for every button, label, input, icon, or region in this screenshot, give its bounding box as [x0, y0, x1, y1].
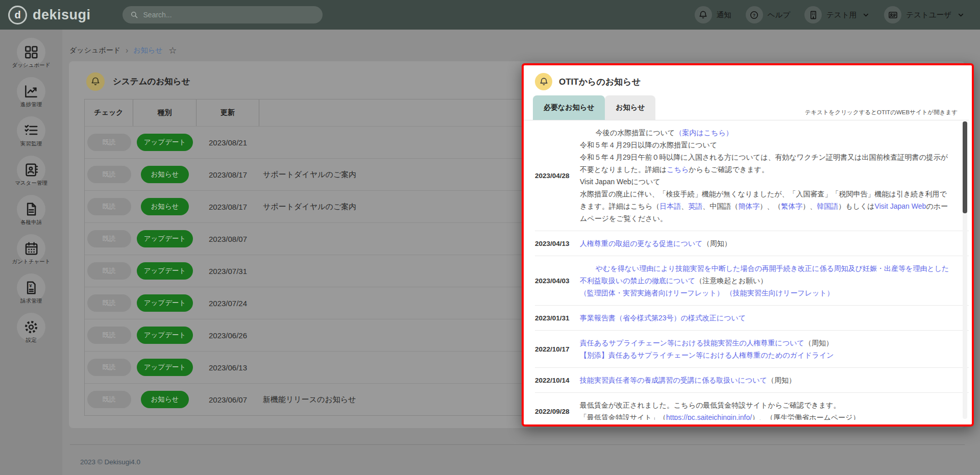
scrollbar-thumb[interactable]	[963, 121, 967, 213]
header-actions: 通知 ? ヘルプ テスト用 テストユーザ	[695, 6, 965, 23]
otit-text: ）、（	[760, 202, 781, 210]
otit-link[interactable]: 責任あるサプライチェーン等における技能実習生の人権尊重について	[580, 339, 804, 347]
notice-type-badge: アップデート	[137, 230, 193, 247]
otit-link[interactable]: こちら	[667, 165, 689, 173]
otit-entry: 2022/10/17責任あるサプライチェーン等における技能実習生の人権尊重につい…	[535, 330, 969, 367]
help-button[interactable]: ? ヘルプ	[746, 6, 791, 23]
otit-text: 令和５年４月29日以降の水際措置について	[580, 141, 717, 149]
copyright-text: 2023 © Dekisugi4.0	[80, 458, 965, 466]
notice-type-badge: アップデート	[137, 359, 193, 376]
sidebar-item-training[interactable]: 実習監理	[17, 116, 45, 147]
otit-link[interactable]: 繁体字	[781, 202, 802, 210]
otit-link[interactable]: （監理団体・実習実施者向けリーフレット）	[580, 289, 724, 297]
sidebar-item-dashboard[interactable]: ダッシュボード	[12, 38, 51, 69]
otit-link[interactable]: 技能実習責任者等の養成講習の受講に係る取扱いについて	[580, 376, 767, 384]
notifications-button[interactable]: 通知	[695, 6, 731, 23]
scrollbar-track[interactable]	[963, 121, 967, 419]
otit-text: 最低賃金が改正されました。こちらの最低賃金特設サイトからご確認できます。	[580, 401, 841, 409]
breadcrumb: ダッシュボード › お知らせ	[69, 45, 965, 56]
favorite-star-icon[interactable]	[168, 45, 177, 56]
global-search	[122, 6, 323, 23]
sidebar-item-billing[interactable]: ¥請求管理	[17, 273, 45, 305]
otit-link[interactable]: 日本語	[659, 202, 681, 210]
otit-text: ）もしくは	[838, 202, 874, 210]
otit-text: 今後の水際措置について	[596, 129, 675, 137]
tab-notices[interactable]: お知らせ	[605, 95, 655, 120]
svg-text:?: ?	[753, 12, 755, 17]
building-icon	[804, 6, 822, 23]
notice-type-badge: お知らせ	[141, 198, 189, 215]
read-button[interactable]: 既読	[87, 262, 131, 280]
sidebar-item-label: 請求管理	[20, 297, 42, 305]
organization-menu[interactable]: テスト用	[804, 6, 870, 23]
notice-type-badge: アップデート	[137, 134, 193, 151]
otit-entry: 2023/04/13人権尊重の取組の更なる促進について（周知）	[535, 231, 969, 256]
read-button[interactable]: 既読	[87, 294, 131, 312]
read-button[interactable]: 既読	[87, 166, 131, 183]
otit-link[interactable]: 事業報告書（省令様式第23号）の様式改正について	[580, 314, 746, 322]
notice-type-badge: アップデート	[137, 262, 193, 280]
otit-entry-date: 2023/04/03	[535, 277, 580, 285]
check-cell: 既読	[85, 359, 133, 376]
otit-link[interactable]: 英語	[688, 202, 702, 210]
breadcrumb-separator-icon: ›	[126, 46, 128, 55]
otit-panel-body: 2023/04/28今後の水際措置について（案内はこちら）令和５年４月29日以降…	[524, 120, 969, 420]
otit-text: ）、	[802, 202, 817, 210]
sidebar-item-gantt[interactable]: ガントチャート	[12, 234, 51, 265]
column-header: 更新	[197, 99, 259, 126]
notice-type-badge: お知らせ	[141, 391, 189, 408]
check-cell: 既読	[85, 262, 133, 280]
sidebar-item-master[interactable]: マスター管理	[15, 156, 47, 187]
sidebar-item-label: ダッシュボード	[12, 62, 51, 69]
otit-text: （周知）	[804, 339, 833, 347]
read-button[interactable]: 既読	[87, 198, 131, 215]
otit-link[interactable]: 【別添】責任あるサプライチェーン等における人権尊重のためのガイドライン	[580, 351, 834, 359]
breadcrumb-dashboard-link[interactable]: ダッシュボード	[69, 46, 120, 55]
otit-link[interactable]: （技能実習生向けリーフレット）	[726, 289, 834, 297]
otit-entry-date: 2023/01/31	[535, 314, 580, 322]
otit-link[interactable]: 韓国語	[817, 202, 838, 210]
otit-panel-title: OTITからのお知らせ	[559, 76, 641, 88]
otit-link[interactable]: （案内はこちら）	[675, 129, 732, 137]
sidebar-item-progress[interactable]: 進捗管理	[17, 77, 45, 108]
logo-text: dekisugi	[33, 7, 91, 23]
check-cell: 既読	[85, 166, 133, 183]
notice-type-badge: アップデート	[137, 327, 193, 344]
otit-list: 2023/04/28今後の水際措置について（案内はこちら）令和５年４月29日以降…	[535, 120, 969, 420]
read-button[interactable]: 既読	[87, 391, 131, 408]
check-cell: 既読	[85, 391, 133, 408]
column-header: 種別	[133, 99, 197, 126]
top-header: d dekisugi 通知 ? ヘルプ テスト用 テストユーザ	[0, 0, 980, 30]
sidebar-item-settings[interactable]: 設定	[17, 313, 45, 344]
column-header: チェック	[85, 99, 133, 126]
app-logo[interactable]: d dekisugi	[8, 6, 91, 24]
otit-entry-content: 今後の水際措置について（案内はこちら）令和５年４月29日以降の水際措置について令…	[580, 127, 969, 224]
otit-entry-content: 最低賃金が改正されました。こちらの最低賃金特設サイトからご確認できます。「最低賃…	[580, 399, 969, 420]
read-button[interactable]: 既読	[87, 134, 131, 151]
read-button[interactable]: 既読	[87, 327, 131, 344]
otit-entry: 2023/01/31事業報告書（省令様式第23号）の様式改正について	[535, 305, 969, 330]
sidebar-item-label: 設定	[26, 337, 37, 344]
otit-entry-content: 事業報告書（省令様式第23号）の様式改正について	[580, 312, 969, 324]
notice-date: 2023/08/21	[197, 138, 259, 147]
notice-date: 2023/07/31	[197, 267, 259, 276]
breadcrumb-current[interactable]: お知らせ	[133, 46, 162, 55]
svg-text:¥: ¥	[29, 283, 32, 288]
otit-entry-date: 2022/10/17	[535, 345, 580, 353]
otit-link[interactable]: https://pc.saiteichingin.info/	[666, 413, 752, 420]
user-menu[interactable]: テストユーザ	[884, 6, 965, 23]
otit-text: Visit Japan Webについて	[580, 178, 660, 186]
notice-date: 2023/08/07	[197, 235, 259, 243]
otit-notices-panel: OTITからのお知らせ 必要なお知らせお知らせ テキストをクリックするとOTIT…	[522, 63, 974, 427]
otit-link[interactable]: 人権尊重の取組の更なる促進について	[580, 239, 703, 247]
read-button[interactable]: 既読	[87, 359, 131, 376]
read-button[interactable]: 既読	[87, 230, 131, 247]
search-input[interactable]	[143, 11, 315, 19]
sidebar-item-application[interactable]: 各種申請	[17, 195, 45, 226]
type-cell: アップデート	[133, 230, 197, 247]
help-label: ヘルプ	[768, 10, 791, 20]
tab-required-notices[interactable]: 必要なお知らせ	[533, 95, 605, 120]
notice-date: 2023/08/17	[197, 170, 259, 179]
otit-link[interactable]: 簡体字	[738, 202, 760, 210]
otit-link[interactable]: Visit Japan Web	[875, 202, 926, 210]
